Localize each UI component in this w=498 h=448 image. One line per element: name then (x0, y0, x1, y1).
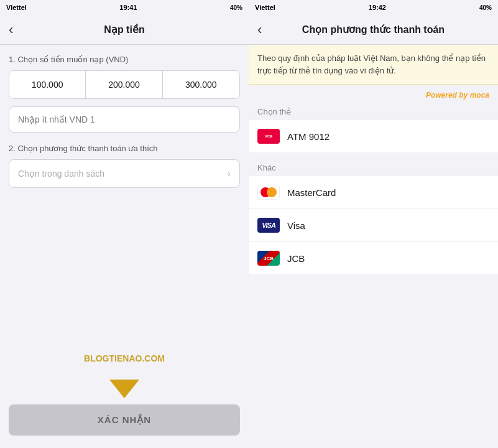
right-carrier: Viettel (255, 4, 275, 11)
mc-orange-circle (267, 187, 277, 197)
chevron-right-icon: › (228, 169, 231, 179)
section1-label: 1. Chọn số tiền muốn nạp (VND) (9, 55, 240, 64)
select-placeholder: Chọn trong danh sách (18, 169, 104, 179)
left-battery: 40% (230, 4, 242, 11)
right-battery: 40% (479, 4, 492, 11)
amount-btn-200[interactable]: 200.000 (86, 71, 162, 98)
right-status-bar: Viettel 19:42 40% (249, 0, 498, 15)
warning-box: Theo quy định của pháp luật Việt Nam, bạ… (249, 45, 498, 85)
left-content: 1. Chọn số tiền muốn nạp (VND) 100.000 2… (0, 45, 249, 341)
left-back-button[interactable]: ‹ (9, 22, 13, 38)
section-choose-label: Chọn thẻ (249, 102, 498, 120)
atm-card-name: ATM 9012 (287, 131, 330, 142)
payment-method-select[interactable]: Chọn trong danh sách › (9, 159, 240, 188)
left-header: ‹ Nạp tiền (0, 15, 249, 45)
jcb-item[interactable]: JCB JCB (249, 242, 498, 275)
left-header-title: Nạp tiền (104, 24, 144, 35)
right-header: ‹ Chọn phương thức thanh toán (249, 15, 498, 45)
confirm-button[interactable]: XÁC NHẬN (9, 404, 240, 436)
section-other-label: Khác (249, 158, 498, 176)
amount-btn-300[interactable]: 300.000 (163, 71, 239, 98)
right-time: 19:42 (369, 4, 386, 11)
visa-icon: VISA (257, 218, 280, 233)
mastercard-name: MasterCard (287, 187, 336, 198)
mastercard-item[interactable]: MasterCard (249, 176, 498, 209)
powered-by-label: Powered by (426, 91, 468, 100)
amount-grid: 100.000 200.000 300.000 (9, 70, 240, 99)
moca-label: moca (470, 91, 489, 100)
atm-card-item[interactable]: VCB ATM 9012 (249, 120, 498, 153)
card-list: Chọn thẻ VCB ATM 9012 Khác MasterCard VI… (249, 102, 498, 448)
arrow-container (0, 370, 249, 404)
watermark: BLOGTIENAO.COM (0, 341, 249, 370)
powered-by: Powered by moca (249, 85, 498, 102)
visa-item[interactable]: VISA Visa (249, 209, 498, 242)
left-status-right: 40% (230, 4, 242, 11)
jcb-icon: JCB (257, 251, 280, 266)
amount-input[interactable] (9, 106, 240, 133)
divider (249, 153, 498, 158)
down-arrow-icon (109, 380, 139, 398)
left-carrier: Viettel (6, 4, 27, 11)
atm-icon: VCB (257, 129, 280, 144)
mastercard-icon (257, 185, 280, 200)
right-header-title: Chọn phương thức thanh toán (302, 24, 445, 35)
jcb-name: JCB (287, 253, 305, 264)
right-back-button[interactable]: ‹ (257, 22, 262, 38)
right-panel: Viettel 19:42 40% ‹ Chọn phương thức tha… (249, 0, 498, 448)
left-status-bar: Viettel 19:41 40% (0, 0, 249, 15)
visa-name: Visa (287, 220, 305, 231)
section2-label: 2. Chọn phương thức thanh toán ưa thích (9, 144, 240, 153)
amount-btn-100[interactable]: 100.000 (9, 71, 86, 98)
left-panel: Viettel 19:41 40% ‹ Nạp tiền 1. Chọn số … (0, 0, 249, 448)
right-status-right: 40% (479, 4, 492, 11)
left-time: 19:41 (119, 4, 137, 11)
